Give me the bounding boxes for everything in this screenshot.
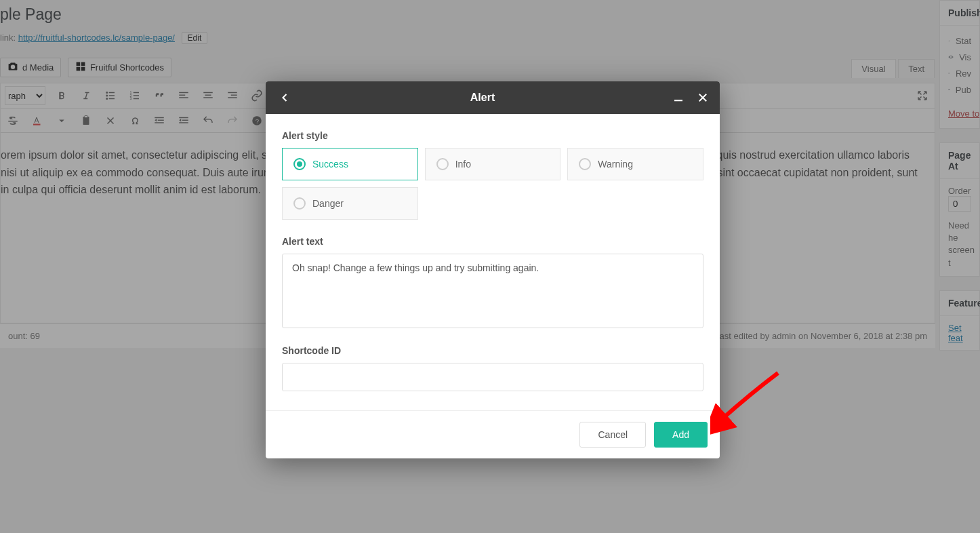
radio-icon xyxy=(293,197,306,210)
alert-modal: Alert Alert style Success Info Warning xyxy=(266,81,720,458)
modal-title: Alert xyxy=(293,92,672,104)
shortcode-id-label: Shortcode ID xyxy=(282,345,703,356)
alert-style-label: Alert style xyxy=(282,130,703,141)
radio-icon xyxy=(579,158,591,170)
radio-icon xyxy=(436,158,449,170)
alert-text-label: Alert text xyxy=(282,236,703,247)
modal-footer: Cancel Add xyxy=(266,410,720,458)
alert-text-input[interactable]: Oh snap! Change a few things up and try … xyxy=(282,254,703,328)
radio-info[interactable]: Info xyxy=(425,148,561,180)
modal-header: Alert xyxy=(266,81,720,114)
radio-label: Info xyxy=(455,159,471,170)
close-button[interactable] xyxy=(697,90,709,106)
radio-danger[interactable]: Danger xyxy=(282,187,418,220)
radio-icon xyxy=(293,158,306,170)
shortcode-id-input[interactable] xyxy=(282,363,703,391)
modal-body: Alert style Success Info Warning Danger … xyxy=(266,114,720,397)
radio-success[interactable]: Success xyxy=(282,148,418,180)
radio-label: Warning xyxy=(598,159,633,170)
cancel-button[interactable]: Cancel xyxy=(579,422,646,448)
radio-warning[interactable]: Warning xyxy=(567,148,703,180)
svg-rect-43 xyxy=(674,100,682,101)
radio-label: Danger xyxy=(312,198,344,209)
minimize-button[interactable] xyxy=(672,90,685,106)
alert-style-options: Success Info Warning Danger xyxy=(282,148,703,220)
back-button[interactable] xyxy=(277,90,293,106)
add-button[interactable]: Add xyxy=(654,422,708,448)
radio-label: Success xyxy=(312,159,348,170)
